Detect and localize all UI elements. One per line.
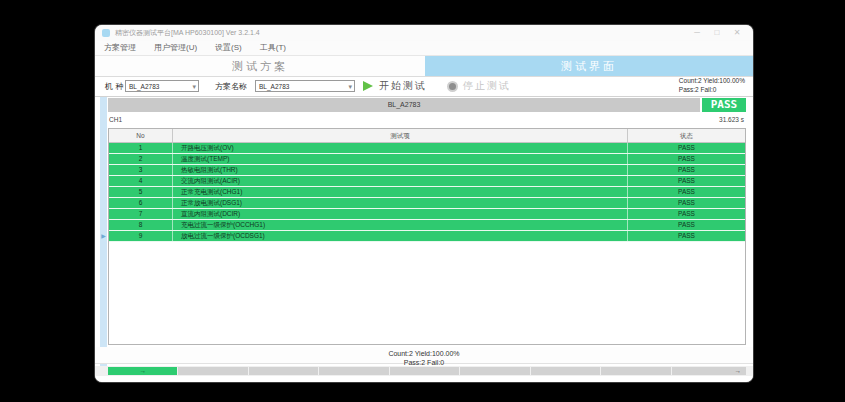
row-item: 交流内阻测试(ACIR) <box>173 176 628 186</box>
row-item: 开路电压测试(OV) <box>173 143 628 153</box>
progress-segment-active[interactable]: → <box>108 367 177 375</box>
maximize-button[interactable]: □ <box>707 25 727 41</box>
model-select[interactable]: BL_A2783 ▾ <box>125 80 199 92</box>
header-status: 状态 <box>628 129 745 142</box>
header-no: No <box>109 129 173 142</box>
row-status: PASS <box>628 165 745 175</box>
row-no: 1 <box>109 143 173 153</box>
progress-bar: →→ <box>108 367 746 375</box>
model-banner: BL_A2783 <box>108 98 700 112</box>
table-row[interactable]: 5 正常充电测试(CHG1) PASS <box>109 187 745 198</box>
table-header: No 测试项 状态 <box>109 129 745 143</box>
side-panel-expander[interactable]: ▶ <box>100 97 107 374</box>
row-no: 4 <box>109 176 173 186</box>
row-no: 7 <box>109 209 173 219</box>
toolbar-stats-line1: Count:2 Yield:100.00% <box>679 77 745 86</box>
plan-name-label: 方案名称 <box>215 81 247 92</box>
table-row[interactable]: 2 温度测试(TEMP) PASS <box>109 154 745 165</box>
title-bar: 精密仪器测试平台[MA HP6030100] Ver 3.2.1.4 ─ □ ✕ <box>95 25 753 41</box>
chevron-down-icon: ▾ <box>192 81 196 93</box>
minimize-button[interactable]: ─ <box>687 25 707 41</box>
model-label: 机 种 <box>105 81 123 92</box>
app-icon <box>102 29 110 37</box>
row-no: 6 <box>109 198 173 208</box>
result-badge: PASS <box>702 98 746 112</box>
row-item: 正常充电测试(CHG1) <box>173 187 628 197</box>
progress-segment <box>460 367 529 375</box>
row-no: 3 <box>109 165 173 175</box>
window-title: 精密仪器测试平台[MA HP6030100] Ver 3.2.1.4 <box>115 25 260 41</box>
menu-item-settings[interactable]: 设置(S) <box>206 41 251 55</box>
row-no: 8 <box>109 220 173 230</box>
progress-segment <box>249 367 318 375</box>
menu-bar: 方案管理 用户管理(U) 设置(S) 工具(T) <box>95 41 753 56</box>
progress-segment-end[interactable]: → <box>672 367 746 375</box>
tab-row: 测试方案 测试界面 <box>95 56 753 77</box>
chevron-down-icon: ▾ <box>348 81 352 93</box>
table-row[interactable]: 8 充电过流一级保护(OCCHG1) PASS <box>109 220 745 231</box>
progress-segment <box>319 367 388 375</box>
model-select-value: BL_A2783 <box>129 83 159 90</box>
stop-test-icon <box>447 81 458 92</box>
toolbar-stats: Count:2 Yield:100.00% Pass:2 Fail:0 <box>679 77 745 94</box>
row-item: 温度测试(TEMP) <box>173 154 628 164</box>
row-item: 热敏电阻测试(THR) <box>173 165 628 175</box>
start-test-icon[interactable] <box>363 81 373 91</box>
table-row[interactable]: 4 交流内阻测试(ACIR) PASS <box>109 176 745 187</box>
footer-stats: Count:2 Yield:100.00% Pass:2 Fail:0 <box>95 347 753 364</box>
expand-arrow-icon: ▶ <box>101 232 106 239</box>
toolbar-stats-line2: Pass:2 Fail:0 <box>679 86 745 95</box>
progress-segment <box>601 367 670 375</box>
plan-name-select[interactable]: BL_A2783 ▾ <box>255 80 355 92</box>
row-item: 正常放电测试(DSG1) <box>173 198 628 208</box>
row-status: PASS <box>628 198 745 208</box>
table-row[interactable]: 9 放电过流一级保护(OCDSG1) PASS <box>109 231 745 242</box>
progress-strip: →→ <box>95 366 753 376</box>
progress-segment <box>178 367 247 375</box>
toolbar: 机 种 BL_A2783 ▾ 方案名称 BL_A2783 ▾ 开始测试 停止测试… <box>95 77 753 97</box>
close-button[interactable]: ✕ <box>727 25 747 41</box>
progress-segment <box>531 367 600 375</box>
row-status: PASS <box>628 143 745 153</box>
row-item: 充电过流一级保护(OCCHG1) <box>173 220 628 230</box>
row-no: 2 <box>109 154 173 164</box>
row-status: PASS <box>628 220 745 230</box>
app-window: 精密仪器测试平台[MA HP6030100] Ver 3.2.1.4 ─ □ ✕… <box>95 25 753 382</box>
row-item: 直流内阻测试(DCIR) <box>173 209 628 219</box>
menu-item-plan-management[interactable]: 方案管理 <box>95 41 145 55</box>
test-table-body: 1 开路电压测试(OV) PASS 2 温度测试(TEMP) PASS 3 热敏… <box>109 143 745 242</box>
row-status: PASS <box>628 154 745 164</box>
menu-item-tools[interactable]: 工具(T) <box>251 41 295 55</box>
stop-test-button[interactable]: 停止测试 <box>463 79 511 93</box>
row-status: PASS <box>628 187 745 197</box>
row-no: 9 <box>109 231 173 241</box>
table-row[interactable]: 3 热敏电阻测试(THR) PASS <box>109 165 745 176</box>
row-status: PASS <box>628 209 745 219</box>
progress-segment <box>390 367 459 375</box>
row-no: 5 <box>109 187 173 197</box>
menu-item-user-management[interactable]: 用户管理(U) <box>145 41 206 55</box>
tab-test-plan[interactable]: 测试方案 <box>95 56 425 76</box>
table-row[interactable]: 1 开路电压测试(OV) PASS <box>109 143 745 154</box>
content-area: ▶ BL_A2783 PASS CH1 31.623 s No 测试项 状态 1… <box>95 97 753 382</box>
test-table: No 测试项 状态 1 开路电压测试(OV) PASS 2 温度测试(TEMP)… <box>108 128 746 345</box>
table-row[interactable]: 7 直流内阻测试(DCIR) PASS <box>109 209 745 220</box>
start-test-button[interactable]: 开始测试 <box>379 79 427 93</box>
row-status: PASS <box>628 231 745 241</box>
footer-stats-line1: Count:2 Yield:100.00% <box>95 349 753 358</box>
channel-label: CH1 <box>109 116 122 123</box>
elapsed-time: 31.623 s <box>719 116 744 123</box>
table-row[interactable]: 6 正常放电测试(DSG1) PASS <box>109 198 745 209</box>
header-item: 测试项 <box>173 129 628 142</box>
row-status: PASS <box>628 176 745 186</box>
row-item: 放电过流一级保护(OCDSG1) <box>173 231 628 241</box>
tab-test-interface[interactable]: 测试界面 <box>425 56 753 76</box>
plan-name-select-value: BL_A2783 <box>259 83 289 90</box>
